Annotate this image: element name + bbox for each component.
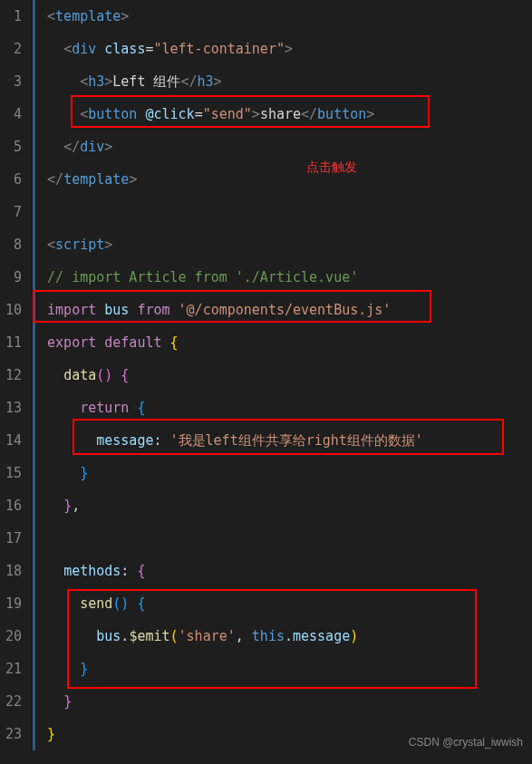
code-line[interactable]: export default { — [31, 326, 532, 359]
code-line[interactable]: </div> — [31, 131, 532, 163]
code-line[interactable]: <div class="left-container"> — [31, 33, 532, 65]
code-line[interactable]: import bus from '@/components/eventBus.j… — [31, 294, 532, 326]
code-line[interactable]: message: '我是left组件共享给right组件的数据' — [31, 424, 532, 457]
code-line[interactable]: } — [31, 685, 532, 718]
line-number: 19 — [0, 587, 27, 620]
line-number: 8 — [0, 228, 27, 261]
code-line[interactable] — [31, 522, 532, 555]
code-line[interactable]: <template> — [31, 0, 532, 33]
code-line[interactable]: <h3>Left 组件</h3> — [31, 65, 532, 98]
line-number: 5 — [0, 131, 27, 163]
code-line[interactable]: }, — [31, 489, 532, 522]
code-line[interactable]: methods: { — [31, 555, 532, 587]
code-line[interactable]: bus.$emit('share', this.message) — [31, 620, 532, 653]
code-line[interactable]: } — [31, 457, 532, 489]
line-number: 3 — [0, 65, 27, 98]
line-number: 17 — [0, 522, 27, 555]
code-line[interactable]: return { — [31, 392, 532, 424]
line-number: 7 — [0, 196, 27, 228]
code-line[interactable]: data() { — [31, 359, 532, 392]
code-line[interactable]: <script> — [31, 228, 532, 261]
code-area[interactable]: <template> <div class="left-container"> … — [27, 0, 532, 764]
line-number: 20 — [0, 620, 27, 653]
line-number: 22 — [0, 685, 27, 718]
line-number: 12 — [0, 359, 27, 392]
line-number: 1 — [0, 0, 27, 33]
code-line[interactable]: <button @click="send">share</button> — [31, 98, 532, 131]
line-number: 16 — [0, 489, 27, 522]
code-editor: 1 2 3 4 5 6 7 8 9 10 11 12 13 14 15 16 1… — [0, 0, 532, 764]
line-number: 15 — [0, 457, 27, 489]
line-number: 9 — [0, 261, 27, 294]
code-line[interactable]: send() { — [31, 587, 532, 620]
line-number: 10 — [0, 294, 27, 326]
line-number: 4 — [0, 98, 27, 131]
line-number: 11 — [0, 326, 27, 359]
line-number: 21 — [0, 653, 27, 685]
annotation-label: 点击触发 — [306, 150, 357, 183]
line-gutter: 1 2 3 4 5 6 7 8 9 10 11 12 13 14 15 16 1… — [0, 0, 27, 764]
code-line[interactable]: } — [31, 653, 532, 685]
line-number: 23 — [0, 718, 27, 750]
line-number: 13 — [0, 392, 27, 424]
line-number: 2 — [0, 33, 27, 65]
line-number: 14 — [0, 424, 27, 457]
code-line[interactable] — [31, 196, 532, 228]
watermark: CSDN @crystal_iwwish — [409, 726, 523, 759]
line-number: 18 — [0, 555, 27, 587]
code-line[interactable]: // import Article from './Article.vue' — [31, 261, 532, 294]
line-number: 6 — [0, 163, 27, 196]
code-line[interactable]: </template> — [31, 163, 532, 196]
